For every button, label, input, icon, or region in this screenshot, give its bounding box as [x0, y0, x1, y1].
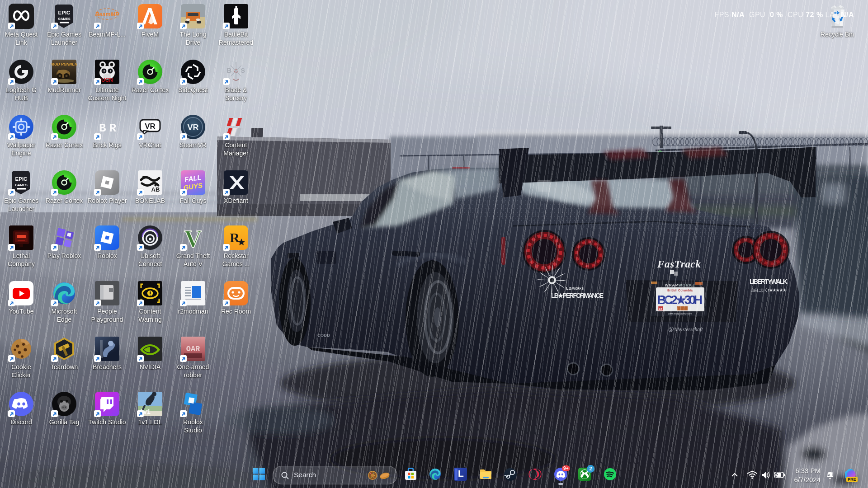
svg-text:EPIC: EPIC [58, 10, 71, 15]
svg-text:S: S [241, 66, 245, 74]
svg-text:www.wrap-workz.com: www.wrap-workz.com [667, 312, 692, 315]
svg-text:VR: VR [187, 123, 198, 132]
svg-text:15: 15 [659, 307, 662, 311]
svg-text:LB.WORKS: LB.WORKS [566, 286, 584, 291]
svg-text:BR: BR [99, 122, 116, 135]
svg-text:自由に歩く!!!★★★★★: 自由に歩く!!!★★★★★ [750, 288, 787, 292]
svg-text:OAR: OAR [186, 345, 200, 353]
svg-text:GAMES: GAMES [58, 17, 71, 21]
svg-text:COBB: COBB [317, 333, 330, 338]
svg-text:WRAPWORKZ: WRAPWORKZ [665, 283, 695, 287]
svg-text:AB: AB [151, 186, 160, 193]
svg-text:LB★PERFORMANCE: LB★PERFORMANCE [551, 292, 604, 299]
svg-text:MUD RUNNER: MUD RUNNER [52, 62, 77, 66]
svg-text:B: B [227, 66, 232, 74]
svg-text:BC2★30H: BC2★30H [657, 293, 703, 307]
svg-text:VR: VR [145, 122, 156, 131]
svg-text:EPIC: EPIC [15, 176, 28, 182]
svg-text:V: V [184, 225, 202, 250]
svg-text:UCN: UCN [101, 77, 113, 83]
svg-text:R: R [230, 230, 240, 245]
svg-text:BeamMP: BeamMP [95, 11, 119, 18]
svg-text:LIBERTYWALK: LIBERTYWALK [750, 278, 788, 285]
svg-text:British Columbia: British Columbia [667, 289, 693, 292]
svg-text:Ⓢ Meisterschaft: Ⓢ Meisterschaft [668, 327, 703, 333]
svg-text:FasTrack: FasTrack [657, 258, 701, 270]
svg-text:GAMES: GAMES [15, 183, 28, 187]
